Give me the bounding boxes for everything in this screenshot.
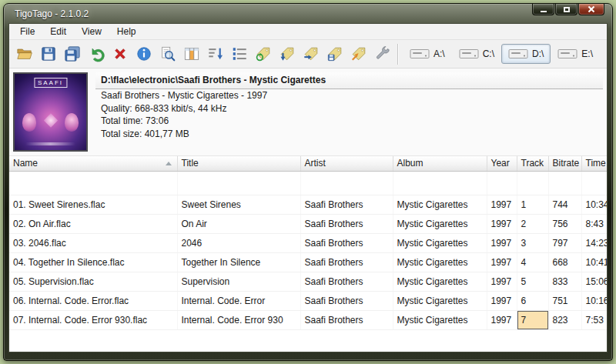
cell-name[interactable]: 05. Supervision.flac bbox=[9, 272, 177, 291]
copy-tags-button[interactable] bbox=[299, 42, 323, 65]
empty-cell-time[interactable] bbox=[581, 171, 607, 195]
cell-artist[interactable]: Saafi Brothers bbox=[300, 272, 393, 291]
column-header-artist[interactable]: Artist bbox=[300, 156, 393, 171]
empty-cell-artist[interactable] bbox=[300, 171, 393, 195]
close-button[interactable] bbox=[578, 4, 604, 15]
cell-name[interactable]: 04. Together In Silence.flac bbox=[9, 252, 177, 272]
cell-bitrate[interactable]: 823 bbox=[548, 310, 581, 329]
cell-artist[interactable]: Saafi Brothers bbox=[300, 252, 393, 272]
drive-e-button[interactable]: E:\ bbox=[551, 44, 600, 64]
columns-button[interactable] bbox=[179, 42, 203, 65]
cell-artist[interactable]: Saafi Brothers bbox=[300, 291, 393, 310]
numbered-list-button[interactable] bbox=[227, 42, 251, 65]
cell-time[interactable]: 14:23 bbox=[581, 233, 607, 252]
empty-cell-album[interactable] bbox=[393, 171, 487, 195]
menu-file[interactable]: File bbox=[12, 24, 42, 39]
cell-time[interactable]: 10:34 bbox=[581, 195, 607, 214]
cell-title[interactable]: Together In Silence bbox=[177, 252, 300, 272]
save-button[interactable] bbox=[36, 42, 60, 65]
cell-bitrate[interactable]: 797 bbox=[548, 233, 581, 252]
cell-artist[interactable]: Saafi Brothers bbox=[300, 233, 393, 252]
cell-album[interactable]: Mystic Cigarettes bbox=[393, 252, 487, 272]
cell-name[interactable]: 01. Sweet Sirenes.flac bbox=[9, 195, 177, 214]
tools-button[interactable] bbox=[370, 42, 394, 65]
paste-tags-button[interactable] bbox=[346, 42, 370, 65]
cell-time[interactable]: 10:41 bbox=[581, 252, 607, 272]
cell-track[interactable]: 1 bbox=[517, 195, 548, 214]
cell-album[interactable]: Mystic Cigarettes bbox=[393, 195, 487, 214]
cell-time[interactable]: 10:16 bbox=[581, 291, 607, 310]
open-folder-button[interactable] bbox=[12, 42, 36, 65]
cell-album[interactable]: Mystic Cigarettes bbox=[393, 310, 487, 329]
drive-c-button[interactable]: C:\ bbox=[452, 44, 501, 64]
cell-bitrate[interactable]: 751 bbox=[548, 291, 581, 310]
cell-title[interactable]: 2046 bbox=[177, 233, 300, 252]
cell-year[interactable]: 1997 bbox=[487, 272, 517, 291]
cell-bitrate[interactable]: 744 bbox=[548, 195, 581, 214]
cell-name[interactable]: 07. Internal. Code. Error 930.flac bbox=[9, 310, 177, 329]
cell-track-selected[interactable]: 7 bbox=[517, 310, 548, 329]
retag-refresh-button[interactable] bbox=[251, 42, 275, 65]
empty-cell-title[interactable] bbox=[177, 171, 300, 195]
cell-title[interactable]: Supervision bbox=[177, 272, 300, 291]
title-bar[interactable]: TigoTago - 2.1.0.2 bbox=[8, 4, 608, 23]
cell-year[interactable]: 1997 bbox=[487, 233, 517, 252]
menu-view[interactable]: View bbox=[74, 24, 109, 39]
cell-bitrate[interactable]: 756 bbox=[548, 214, 581, 233]
cell-name[interactable]: 03. 2046.flac bbox=[9, 233, 177, 252]
cell-album[interactable]: Mystic Cigarettes bbox=[393, 291, 487, 310]
cell-name[interactable]: 02. On Air.flac bbox=[9, 214, 177, 233]
cell-artist[interactable]: Saafi Brothers bbox=[300, 195, 393, 214]
cell-album[interactable]: Mystic Cigarettes bbox=[393, 214, 487, 233]
cell-title[interactable]: Internal. Code. Error 930 bbox=[177, 310, 300, 329]
empty-cell-track[interactable] bbox=[517, 171, 548, 195]
empty-cell-year[interactable] bbox=[487, 171, 517, 195]
preview-button[interactable] bbox=[156, 42, 179, 65]
menu-help[interactable]: Help bbox=[109, 24, 144, 39]
cell-artist[interactable]: Saafi Brothers bbox=[300, 214, 393, 233]
menu-edit[interactable]: Edit bbox=[42, 24, 74, 39]
cell-time[interactable]: 7:53 bbox=[581, 310, 607, 329]
cell-track[interactable]: 5 bbox=[517, 272, 548, 291]
write-tags-button[interactable] bbox=[275, 42, 299, 65]
cell-title[interactable]: On Air bbox=[177, 214, 300, 233]
cell-time[interactable]: 8:43 bbox=[581, 214, 607, 233]
column-header-name[interactable]: Name bbox=[9, 156, 177, 171]
cell-artist[interactable]: Saafi Brothers bbox=[300, 310, 393, 329]
cell-track[interactable]: 4 bbox=[517, 252, 548, 272]
cell-year[interactable]: 1997 bbox=[487, 214, 517, 233]
cell-bitrate[interactable]: 668 bbox=[548, 252, 581, 272]
save-all-button[interactable] bbox=[60, 42, 84, 65]
cell-bitrate[interactable]: 833 bbox=[548, 272, 581, 291]
minimize-button[interactable] bbox=[532, 4, 554, 15]
save-tags-button[interactable] bbox=[323, 42, 346, 65]
info-button[interactable] bbox=[132, 42, 156, 65]
drive-a-button[interactable]: A:\ bbox=[403, 44, 452, 64]
column-header-time[interactable]: Time bbox=[581, 156, 607, 171]
column-header-album[interactable]: Album bbox=[393, 156, 487, 171]
column-header-bitrate[interactable]: Bitrate bbox=[548, 156, 581, 171]
empty-cell-name[interactable] bbox=[9, 171, 177, 195]
cell-track[interactable]: 3 bbox=[517, 233, 548, 252]
cell-year[interactable]: 1997 bbox=[487, 195, 517, 214]
column-header-year[interactable]: Year bbox=[487, 156, 517, 171]
column-header-track[interactable]: Track bbox=[517, 156, 548, 171]
cell-album[interactable]: Mystic Cigarettes bbox=[393, 233, 487, 252]
cell-title[interactable]: Sweet Sirenes bbox=[177, 195, 300, 214]
cell-time[interactable]: 15:06 bbox=[581, 272, 607, 291]
undo-button[interactable] bbox=[84, 42, 108, 65]
cell-track[interactable]: 2 bbox=[517, 214, 548, 233]
cell-year[interactable]: 1997 bbox=[487, 291, 517, 310]
maximize-button[interactable] bbox=[555, 4, 578, 15]
empty-cell-bitrate[interactable] bbox=[548, 171, 581, 195]
sort-descending-button[interactable] bbox=[203, 42, 227, 65]
cell-name[interactable]: 06. Internal. Code. Error.flac bbox=[9, 291, 177, 310]
delete-button[interactable] bbox=[108, 42, 132, 65]
drive-d-button[interactable]: D:\ bbox=[501, 44, 551, 64]
column-header-title[interactable]: Title bbox=[177, 156, 300, 171]
cell-title[interactable]: Internal. Code. Error bbox=[177, 291, 300, 310]
cell-album[interactable]: Mystic Cigarettes bbox=[393, 272, 487, 291]
cell-track[interactable]: 6 bbox=[517, 291, 548, 310]
cell-year[interactable]: 1997 bbox=[487, 310, 517, 329]
cell-year[interactable]: 1997 bbox=[487, 252, 517, 272]
